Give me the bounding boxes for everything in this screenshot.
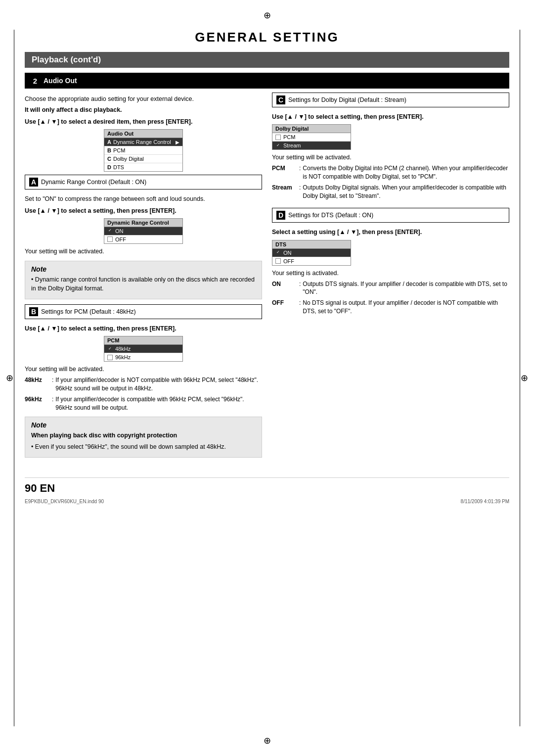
letter-c: C bbox=[107, 156, 111, 162]
letter-b: B bbox=[107, 147, 111, 153]
term-48khz: 48kHz bbox=[25, 376, 52, 393]
note-b-bold: When playing back disc with copyright pr… bbox=[31, 431, 256, 440]
label-dts-off: OFF bbox=[283, 258, 294, 264]
dolby-row-stream: Stream bbox=[272, 142, 351, 149]
dts-menu: DTS ON OFF bbox=[272, 240, 351, 266]
def-on-text: Outputs DTS signals. If your amplifier /… bbox=[303, 280, 509, 297]
label-a: Dynamic Range Control bbox=[113, 139, 171, 145]
step-badge: 2 bbox=[30, 75, 41, 86]
note-a-bullet: • Dynamic range control function is avai… bbox=[31, 275, 256, 293]
menu-row-a: A Dynamic Range Control ▶ bbox=[104, 138, 182, 146]
check-stream bbox=[275, 143, 281, 148]
menu-row-c: C Dolby Digital bbox=[104, 155, 182, 163]
def-on: ON : Outputs DTS signals. If your amplif… bbox=[272, 280, 509, 297]
audio-out-menu-header: Audio Out bbox=[104, 130, 182, 138]
section-b-after: Your setting will be activated. bbox=[25, 365, 262, 374]
drc-menu-header: Dynamic Range Control bbox=[104, 219, 182, 227]
def-off-text: No DTS signal is output. If your amplifi… bbox=[303, 299, 509, 316]
def-48khz-text: If your amplifier/decoder is NOT compati… bbox=[55, 376, 262, 393]
drc-row-on: ON bbox=[104, 227, 182, 236]
section-d-header: D Settings for DTS (Default : ON) bbox=[272, 208, 509, 223]
footer-right: 8/11/2009 4:01:39 PM bbox=[461, 499, 509, 504]
check-dolby-pcm bbox=[275, 135, 281, 140]
reg-mark-bottom: ⊕ bbox=[264, 735, 271, 746]
pcm-row-96: 96kHz bbox=[104, 353, 182, 361]
drc-menu: Dynamic Range Control ON OFF bbox=[104, 218, 183, 244]
term-96khz: 96kHz bbox=[25, 395, 52, 412]
section-b-label: Settings for PCM (Default : 48kHz) bbox=[41, 308, 136, 315]
label-48: 48kHz bbox=[115, 346, 131, 352]
note-b-title: Note bbox=[31, 421, 256, 429]
section-c-after: Your setting will be activated. bbox=[272, 153, 509, 162]
section-a-header: A Dynamic Range Control (Default : ON) bbox=[25, 175, 262, 189]
intro-text: Choose the appropriate audio setting for… bbox=[25, 94, 262, 103]
term-stream: Stream bbox=[272, 184, 299, 200]
label-c: Dolby Digital bbox=[113, 156, 144, 162]
left-column: Choose the appropriate audio setting for… bbox=[25, 93, 262, 463]
badge-b: B bbox=[29, 307, 38, 316]
section-a-label: Dynamic Range Control (Default : ON) bbox=[41, 179, 146, 186]
dolby-menu: Dolby Digital PCM Stream bbox=[272, 124, 351, 150]
term-on: ON bbox=[272, 280, 299, 297]
reg-mark-top: ⊕ bbox=[264, 10, 271, 21]
check-on bbox=[107, 228, 113, 234]
audio-out-menu: Audio Out A Dynamic Range Control ▶ B PC… bbox=[104, 129, 183, 172]
section-a-instruction: Use [▲ / ▼] to select a setting, then pr… bbox=[25, 206, 262, 215]
dolby-row-pcm: PCM bbox=[272, 133, 351, 142]
page-border-right bbox=[520, 30, 520, 726]
section-a-desc: Set to "ON" to compress the range betwee… bbox=[25, 194, 262, 203]
check-48 bbox=[107, 346, 113, 352]
section-d-instruction: Select a setting using [▲ / ▼], then pre… bbox=[272, 228, 509, 236]
dts-menu-header: DTS bbox=[272, 240, 351, 249]
menu-row-d: D DTS bbox=[104, 163, 182, 171]
note-b-bullet: • Even if you select "96kHz", the sound … bbox=[31, 442, 256, 451]
section-d-label: Settings for DTS (Default : ON) bbox=[288, 212, 373, 219]
label-on: ON bbox=[115, 228, 124, 234]
audio-out-bar: 2 Audio Out bbox=[25, 73, 509, 89]
section-b-header: B Settings for PCM (Default : 48kHz) bbox=[25, 304, 262, 319]
footer-left: E9PKBUD_DKVR60KU_EN.indd 90 bbox=[25, 499, 104, 504]
label-dolby-pcm: PCM bbox=[283, 134, 295, 140]
letter-d: D bbox=[107, 164, 111, 170]
letter-a: A bbox=[107, 139, 111, 145]
term-pcm: PCM bbox=[272, 164, 299, 181]
pcm-menu: PCM 48kHz 96kHz bbox=[104, 336, 183, 362]
def-48khz: 48kHz : If your amplifier/decoder is NOT… bbox=[25, 376, 262, 393]
label-dts-on: ON bbox=[283, 250, 292, 256]
menu-row-b: B PCM bbox=[104, 146, 182, 155]
dts-row-off: OFF bbox=[272, 257, 351, 265]
section-a-after: Your setting will be activated. bbox=[25, 247, 262, 256]
note-emphasis: It will only affect a disc playback. bbox=[25, 105, 262, 114]
page-title: GENERAL SETTING bbox=[25, 30, 509, 45]
note-a-title: Note bbox=[31, 265, 256, 273]
check-dts-on bbox=[275, 250, 281, 255]
def-pcm-text: Converts the Dolby Digital into PCM (2 c… bbox=[303, 164, 509, 181]
pcm-menu-header: PCM bbox=[104, 336, 182, 345]
badge-a: A bbox=[29, 178, 38, 187]
dolby-menu-header: Dolby Digital bbox=[272, 125, 351, 133]
pcm-row-48: 48kHz bbox=[104, 345, 182, 353]
check-dts-off bbox=[275, 258, 281, 264]
section-c-header: C Settings for Dolby Digital (Default : … bbox=[272, 93, 509, 107]
section-c-instruction: Use [▲ / ▼] to select a setting, then pr… bbox=[272, 112, 509, 121]
def-96khz: 96kHz : If your amplifier/decoder is com… bbox=[25, 395, 262, 412]
def-96khz-text: If your amplifier/decoder is compatible … bbox=[55, 395, 262, 412]
page-border-left bbox=[14, 30, 14, 726]
label-off: OFF bbox=[115, 236, 126, 242]
label-96: 96kHz bbox=[115, 354, 131, 360]
def-off: OFF : No DTS signal is output. If your a… bbox=[272, 299, 509, 316]
section-c-label: Settings for Dolby Digital (Default : St… bbox=[288, 96, 406, 103]
def-stream-text: Outputs Dolby Digital signals. When your… bbox=[303, 184, 509, 200]
page-number: 90 EN bbox=[25, 482, 55, 494]
label-d: DTS bbox=[113, 164, 124, 170]
instruction1: Use [▲ / ▼] to select a desired item, th… bbox=[25, 117, 262, 126]
dts-row-on: ON bbox=[272, 249, 351, 257]
label-stream: Stream bbox=[283, 142, 301, 148]
reg-mark-right: ⊕ bbox=[521, 373, 528, 383]
def-stream: Stream : Outputs Dolby Digital signals. … bbox=[272, 184, 509, 200]
note-a: Note • Dynamic range control function is… bbox=[25, 261, 262, 299]
section-d-after: Your setting is activated. bbox=[272, 269, 509, 278]
note-b: Note When playing back disc with copyrig… bbox=[25, 417, 262, 457]
badge-c: C bbox=[276, 95, 285, 104]
reg-mark-left: ⊕ bbox=[6, 373, 13, 383]
